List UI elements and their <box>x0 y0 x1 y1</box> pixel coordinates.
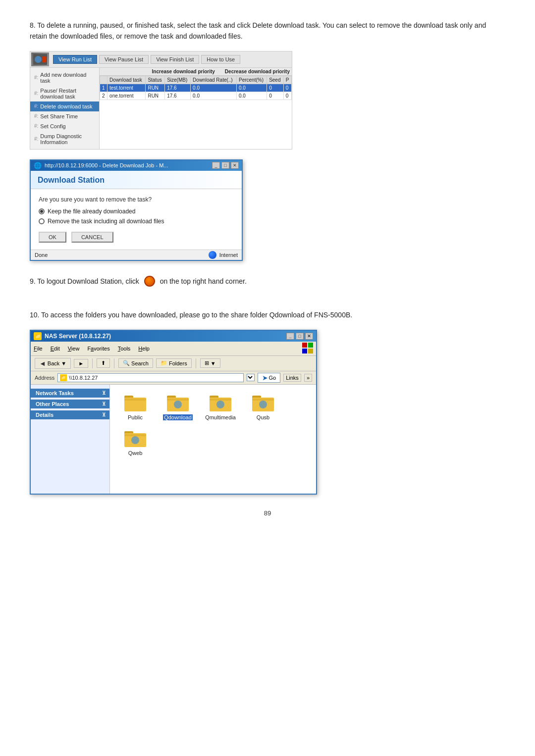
folder-label: Qdownload <box>163 414 193 420</box>
logout-icon <box>144 276 155 287</box>
dm-sidebar: #: Add new download task #: Pause/ Resta… <box>30 68 100 149</box>
page-number: 89 <box>30 509 505 517</box>
nas-main-area: PublicQdownloadQmultimediaQusbQweb <box>110 385 316 494</box>
restore-button[interactable]: □ <box>221 162 229 169</box>
sidebar-item-delete[interactable]: #: Delete download task <box>30 101 99 111</box>
menu-favorites[interactable]: Favorites <box>87 346 109 352</box>
toolbar-sep2 <box>114 358 114 368</box>
nas-folder-item[interactable]: Qdownload <box>160 393 195 420</box>
sidebar-section-details: Details ⊻ <box>31 410 109 419</box>
links-button[interactable]: Links <box>283 374 301 382</box>
svg-rect-5 <box>302 349 307 353</box>
menu-file[interactable]: File <box>34 346 43 352</box>
sidebar-item-pause-restart[interactable]: #: Pause/ Restart download task <box>30 86 99 101</box>
folder-icon <box>251 393 275 412</box>
address-label: Address <box>35 375 54 381</box>
folder-svg-icon <box>251 393 275 412</box>
svg-point-21 <box>259 401 267 408</box>
go-arrow-icon: ➤ <box>262 374 268 382</box>
nas-titlebar: 📁 NAS Server (10.8.12.27) _ □ ✕ <box>31 331 316 342</box>
dialog-title-icon: 🌐 <box>34 162 42 169</box>
folders-button[interactable]: 📁 Folders <box>156 358 192 368</box>
close-button[interactable]: ✕ <box>231 162 239 169</box>
chevron-down-icon-3: ⊻ <box>102 412 106 417</box>
nas-minimize-button[interactable]: _ <box>286 333 294 340</box>
col-seed: Seed <box>267 76 284 84</box>
sidebar-other-header[interactable]: Other Places ⊻ <box>31 400 109 408</box>
back-button[interactable]: ◄ Back ▼ <box>35 358 71 369</box>
nas-window-controls: _ □ ✕ <box>286 333 313 340</box>
menu-view[interactable]: View <box>68 346 80 352</box>
radio-remove-files[interactable]: Remove the task including all download f… <box>39 218 234 225</box>
toolbar-sep3 <box>196 358 196 368</box>
folder-icon <box>123 393 147 412</box>
folder-icon <box>166 393 190 412</box>
nas-folder-item[interactable]: Qweb <box>118 428 153 456</box>
minimize-button[interactable]: _ <box>212 162 220 169</box>
nas-title: NAS Server (10.8.12.27) <box>45 333 111 340</box>
sidebar-item-dump[interactable]: #: Dump Diagnostic Information <box>30 131 99 147</box>
dm-table: Download task Status Size(MB) Download R… <box>100 76 292 100</box>
sidebar-item-add[interactable]: #: Add new download task <box>30 70 99 86</box>
dm-tab-howto[interactable]: How to Use <box>201 55 240 64</box>
forward-button[interactable]: ► <box>74 359 88 368</box>
up-button[interactable]: ⬆ <box>97 358 110 368</box>
menu-help[interactable]: Help <box>138 346 150 352</box>
col-size: Size(MB) <box>165 76 191 84</box>
sidebar-details-header[interactable]: Details ⊻ <box>31 410 109 419</box>
dm-tab-run[interactable]: View Run List <box>53 55 97 64</box>
address-dropdown[interactable] <box>247 374 255 381</box>
col-p: P <box>283 76 291 84</box>
dm-table-row[interactable]: 1 test.torrent RUN 17.6 0.0 0.0 0 0 <box>100 84 292 92</box>
dialog-zone: Internet <box>219 252 238 258</box>
nas-restore-button[interactable]: □ <box>296 333 304 340</box>
folder-svg-icon <box>123 428 147 448</box>
radio-remove-label: Remove the task including all download f… <box>48 218 164 225</box>
col-rate: Download Rate(..) <box>191 76 237 84</box>
dm-table-row[interactable]: 2 one.torrent RUN 17.6 0.0 0.0 0 0 <box>100 92 292 100</box>
dialog-buttons: OK CANCEL <box>39 232 234 243</box>
dialog-header: Download Station <box>31 171 242 189</box>
dialog-header-title: Download Station <box>38 176 235 185</box>
dm-body: #: Add new download task #: Pause/ Resta… <box>30 68 292 149</box>
toolbar-sep1 <box>92 358 93 368</box>
radio-keep-files[interactable]: Keep the file already downloaded <box>39 208 234 215</box>
sidebar-network-header[interactable]: Network Tasks ⊻ <box>31 389 109 398</box>
sidebar-item-share-time[interactable]: #: Set Share Time <box>30 111 99 121</box>
dialog-footer: Done Internet <box>31 250 242 260</box>
nas-folder-item[interactable]: Qmultimedia <box>203 393 238 420</box>
dm-tab-finish[interactable]: View Finish List <box>151 55 199 64</box>
svg-rect-9 <box>124 399 146 401</box>
menu-edit[interactable]: Edit <box>51 346 60 352</box>
dialog-window-controls: _ □ ✕ <box>212 162 239 169</box>
dm-toolbar: View Run List View Pause List View Finis… <box>30 51 292 68</box>
svg-point-17 <box>216 401 224 408</box>
menu-tools[interactable]: Tools <box>118 346 131 352</box>
ie-globe-icon <box>209 251 216 259</box>
nas-folder-item[interactable]: Qusb <box>246 393 280 420</box>
radio-keep-icon <box>39 208 45 214</box>
dm-tab-pause[interactable]: View Pause List <box>99 55 149 64</box>
folder-svg-icon <box>166 393 190 412</box>
nas-close-button[interactable]: ✕ <box>305 333 313 340</box>
download-manager-window: View Run List View Pause List View Finis… <box>30 51 292 150</box>
go-button[interactable]: ➤ Go <box>258 373 281 383</box>
section9-text-before: 9. To logout Download Station, click <box>30 276 139 287</box>
svg-point-25 <box>131 436 139 444</box>
nas-folder-item[interactable]: Public <box>118 393 153 420</box>
ok-button[interactable]: OK <box>39 232 66 243</box>
cancel-button[interactable]: CANCEL <box>71 232 113 243</box>
folder-label: Qusb <box>257 414 269 420</box>
sidebar-section-other: Other Places ⊻ <box>31 400 109 408</box>
address-field[interactable]: 📁 \\10.8.12.27 <box>57 373 243 382</box>
svg-point-13 <box>174 401 182 408</box>
section9: 9. To logout Download Station, click on … <box>30 276 505 287</box>
sidebar-item-config[interactable]: #: Set Config <box>30 121 99 131</box>
links-expand-button[interactable]: » <box>304 374 312 382</box>
col-num <box>100 76 107 84</box>
svg-rect-20 <box>252 399 274 401</box>
sidebar-section-network: Network Tasks ⊻ <box>31 389 109 398</box>
svg-rect-6 <box>308 349 313 353</box>
views-button[interactable]: ⊞ ▼ <box>200 358 220 368</box>
search-button[interactable]: 🔍 Search <box>118 358 153 368</box>
